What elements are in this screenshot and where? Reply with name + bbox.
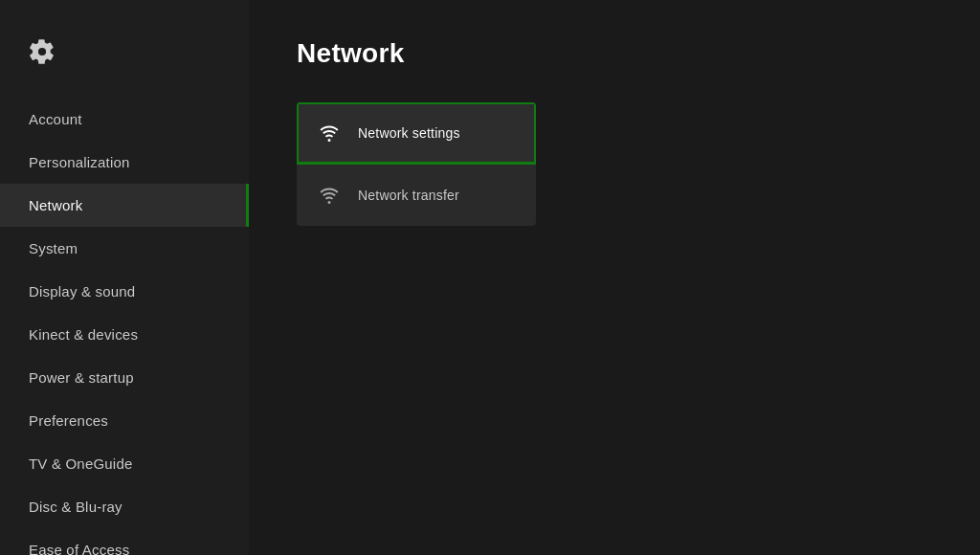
- network-settings-item[interactable]: Network settings: [297, 102, 536, 164]
- sidebar-item-ease-of-access-label: Ease of Access: [29, 542, 129, 555]
- page-title: Network: [297, 38, 932, 69]
- sidebar-item-display-sound-label: Display & sound: [29, 283, 135, 300]
- sidebar-item-personalization[interactable]: Personalization: [0, 141, 249, 184]
- sidebar-item-tv-oneguide[interactable]: TV & OneGuide: [0, 442, 249, 485]
- sidebar-item-network[interactable]: Network: [0, 184, 249, 227]
- sidebar-item-account-label: Account: [29, 111, 82, 127]
- sidebar-item-preferences[interactable]: Preferences: [0, 399, 249, 442]
- network-settings-label: Network settings: [358, 125, 460, 141]
- sidebar-item-system-label: System: [29, 240, 78, 256]
- sidebar-item-display-sound[interactable]: Display & sound: [0, 270, 249, 313]
- network-transfer-label: Network transfer: [358, 188, 459, 203]
- sidebar-item-tv-oneguide-label: TV & OneGuide: [29, 455, 133, 472]
- network-transfer-item[interactable]: Network transfer: [297, 165, 536, 226]
- sidebar-item-account[interactable]: Account: [0, 98, 249, 141]
- wifi-icon: [318, 122, 341, 144]
- sidebar-item-network-label: Network: [29, 197, 82, 213]
- sidebar-item-disc-bluray-label: Disc & Blu-ray: [29, 499, 122, 515]
- sidebar-item-power-startup-label: Power & startup: [29, 369, 134, 386]
- sidebar-item-system[interactable]: System: [0, 227, 249, 270]
- settings-gear-icon[interactable]: [0, 29, 249, 98]
- sidebar-item-power-startup[interactable]: Power & startup: [0, 356, 249, 399]
- wifi-transfer-icon: [318, 184, 341, 207]
- main-content: Network Network settings Network transfe…: [249, 0, 980, 555]
- sidebar-item-kinect-devices[interactable]: Kinect & devices: [0, 313, 249, 356]
- sidebar-item-kinect-devices-label: Kinect & devices: [29, 326, 138, 343]
- sidebar-navigation: Account Personalization Network System D…: [0, 98, 249, 555]
- sidebar-item-disc-bluray[interactable]: Disc & Blu-ray: [0, 485, 249, 528]
- sidebar-item-ease-of-access[interactable]: Ease of Access: [0, 528, 249, 555]
- sidebar-item-preferences-label: Preferences: [29, 412, 108, 429]
- network-menu-list: Network settings Network transfer: [297, 102, 536, 226]
- sidebar: Account Personalization Network System D…: [0, 0, 249, 555]
- sidebar-item-personalization-label: Personalization: [29, 154, 130, 170]
